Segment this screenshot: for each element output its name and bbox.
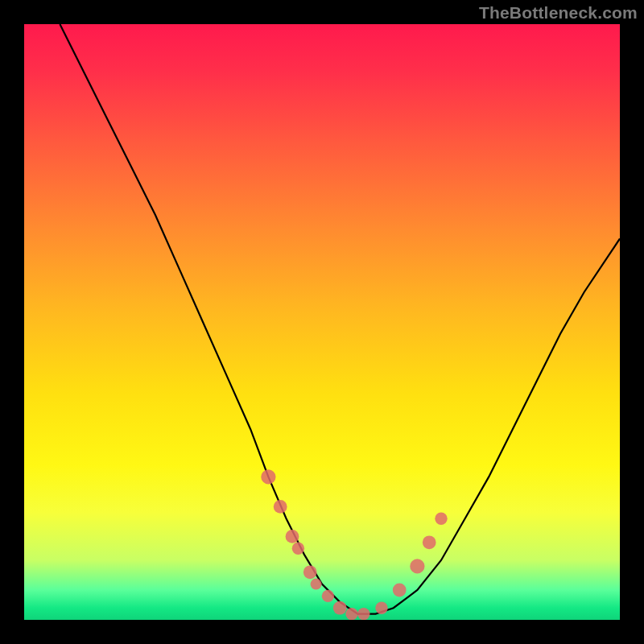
marker-dot [261,469,275,484]
marker-dot [357,608,369,620]
marker-dot [423,535,436,549]
marker-dot [311,579,322,590]
marker-dot [333,601,347,615]
marker-dot [410,559,424,573]
marker-dot [393,584,407,597]
marker-dot [322,590,334,602]
marker-dot [345,608,357,620]
curve-svg [24,24,620,620]
chart-frame: TheBottleneck.com [0,0,644,644]
marker-dot [435,513,447,525]
bottleneck-curve [60,24,620,614]
marker-dot [292,543,304,555]
watermark-text: TheBottleneck.com [479,3,638,23]
marker-dot [286,530,299,543]
plot-area [24,24,620,620]
marker-dot [375,602,387,614]
marker-dot [303,565,317,579]
marker-dot [274,500,287,514]
curve-markers [261,469,447,620]
